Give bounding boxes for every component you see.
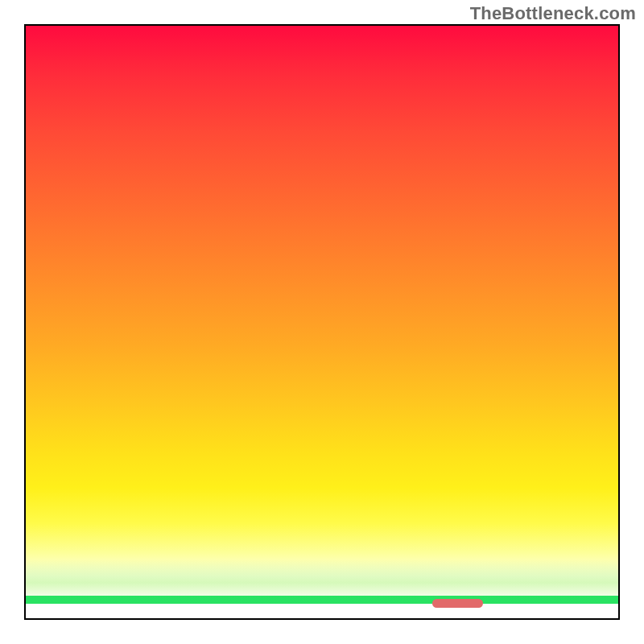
figure-canvas: TheBottleneck.com — [0, 0, 644, 644]
watermark-text: TheBottleneck.com — [470, 3, 636, 24]
plot-area — [24, 24, 620, 620]
minimum-marker — [432, 599, 483, 608]
